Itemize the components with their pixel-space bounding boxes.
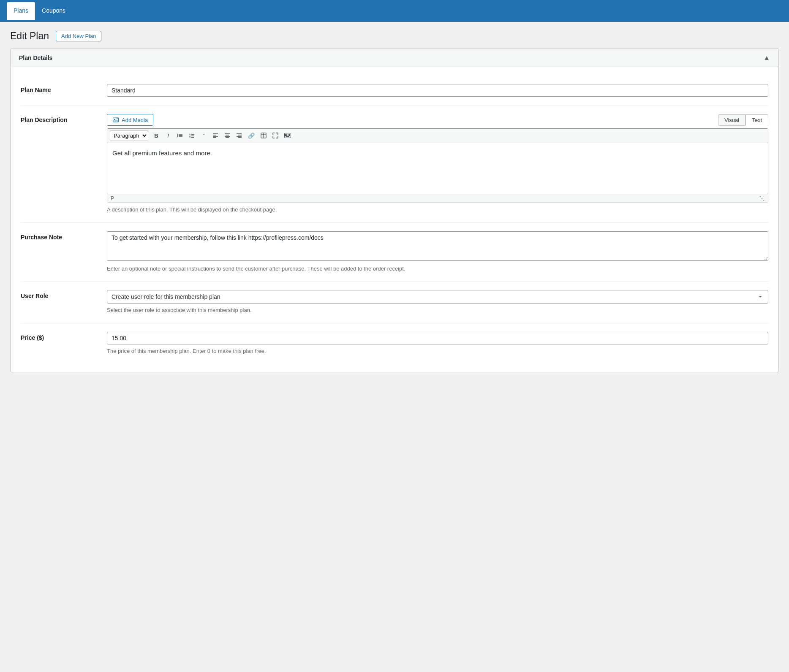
svg-rect-37 [286,135,287,136]
add-new-plan-button[interactable]: Add New Plan [56,31,101,41]
svg-point-6 [177,135,178,135]
toolbar-fullscreen[interactable] [270,131,281,141]
panel-header[interactable]: Plan Details ▲ [11,49,778,67]
toolbar-bold[interactable]: B [151,131,162,140]
plan-description-control: Add Media Visual Text Paragraph [107,114,768,214]
top-nav: Plans Coupons [0,0,789,22]
editor-toolbar: Paragraph B I 1.2.3. " [107,129,768,143]
price-input[interactable] [107,332,768,344]
plan-details-panel: Plan Details ▲ Plan Name Plan Descriptio… [10,49,779,372]
purchase-note-label: Purchase Note [21,231,97,241]
svg-rect-34 [288,134,288,135]
toolbar-link[interactable]: 🔗 [245,131,257,140]
plan-name-input[interactable] [107,84,768,97]
toolbar-align-right[interactable] [234,131,245,141]
toolbar-ordered-list[interactable]: 1.2.3. [186,131,197,141]
paragraph-select[interactable]: Paragraph [110,130,148,141]
plan-description-label: Plan Description [21,114,97,123]
panel-body: Plan Name Plan Description [11,67,778,372]
svg-rect-35 [289,134,290,135]
svg-point-4 [177,133,178,134]
user-role-select[interactable]: Create user role for this membership pla… [107,290,768,303]
svg-text:3.: 3. [189,136,191,138]
collapse-icon: ▲ [763,54,770,62]
purchase-note-control: To get started with your membership, fol… [107,231,768,273]
purchase-note-hint: Enter an optional note or special instru… [107,265,768,273]
page-header: Edit Plan Add New Plan [0,22,789,49]
toolbar-blockquote[interactable]: " [198,131,209,140]
user-role-row: User Role Create user role for this memb… [21,282,768,323]
editor-footer: P ⋱ [107,194,768,203]
editor-wrapper: Paragraph B I 1.2.3. " [107,128,768,203]
editor-toolbar-top: Add Media Visual Text [107,114,768,126]
purchase-note-row: Purchase Note To get started with your m… [21,223,768,282]
text-tab[interactable]: Text [745,114,768,126]
user-role-hint: Select the user role to associate with t… [107,306,768,314]
add-media-label: Add Media [122,117,148,123]
toolbar-unordered-list[interactable] [174,131,185,141]
purchase-note-input[interactable]: To get started with your membership, fol… [107,231,768,261]
toolbar-keyboard[interactable] [282,131,294,141]
svg-rect-33 [286,134,287,135]
editor-content[interactable]: Get all premium features and more. [107,143,768,194]
editor-resize-handle: ⋱ [759,195,765,201]
svg-rect-40 [286,136,289,137]
svg-rect-36 [285,135,286,136]
tab-plans[interactable]: Plans [7,2,35,20]
view-tabs: Visual Text [718,114,768,126]
plan-name-label: Plan Name [21,84,97,93]
svg-rect-38 [288,135,288,136]
main-content: Plan Details ▲ Plan Name Plan Descriptio… [0,49,789,382]
user-role-control: Create user role for this membership pla… [107,290,768,314]
editor-status: P [111,195,114,201]
toolbar-align-center[interactable] [222,131,233,141]
price-control: The price of this membership plan. Enter… [107,332,768,355]
plan-name-row: Plan Name [21,76,768,106]
toolbar-align-left[interactable] [210,131,221,141]
svg-point-8 [177,136,178,137]
panel-title: Plan Details [19,54,52,61]
add-media-button[interactable]: Add Media [107,114,153,126]
svg-rect-32 [285,134,286,135]
toolbar-italic[interactable]: I [163,131,174,140]
svg-rect-39 [289,135,290,136]
plan-name-control [107,84,768,97]
price-hint: The price of this membership plan. Enter… [107,347,768,355]
price-row: Price ($) The price of this membership p… [21,323,768,364]
visual-tab[interactable]: Visual [718,114,745,126]
price-label: Price ($) [21,332,97,341]
user-role-label: User Role [21,290,97,299]
plan-description-hint: A description of this plan. This will be… [107,206,768,214]
page-title: Edit Plan [10,30,49,42]
toolbar-table[interactable] [258,131,269,141]
tab-coupons[interactable]: Coupons [35,2,72,20]
plan-description-row: Plan Description Add Media [21,106,768,223]
add-media-icon [112,117,119,123]
